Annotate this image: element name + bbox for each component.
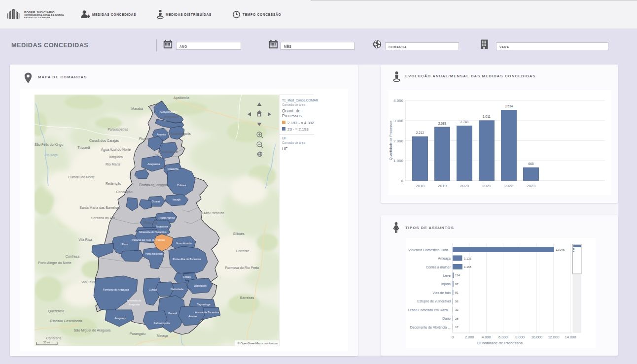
svg-text:Quantidade de Processos: Quantidade de Processos — [389, 120, 393, 160]
svg-text:Santa Maria das Barreiras: Santa Maria das Barreiras — [79, 206, 120, 209]
svg-text:Miranorte do Tocantins: Miranorte do Tocantins — [139, 231, 167, 233]
svg-text:2022: 2022 — [504, 184, 513, 188]
svg-text:10.000: 10.000 — [531, 335, 542, 339]
svg-text:Alto Parnaíba: Alto Parnaíba — [204, 211, 225, 215]
svg-text:50 mi: 50 mi — [43, 341, 50, 344]
svg-text:12.045: 12.045 — [556, 248, 565, 251]
svg-text:Tucumã: Tucumã — [77, 146, 90, 149]
svg-text:Colinas: Colinas — [177, 184, 186, 187]
svg-text:Paranã: Paranã — [168, 312, 177, 315]
svg-text:Dano: Dano — [442, 317, 451, 320]
svg-text:Filadélfia: Filadélfia — [168, 167, 179, 170]
svg-text:2019: 2019 — [438, 184, 447, 188]
svg-text:0: 0 — [452, 335, 454, 339]
svg-text:0: 0 — [401, 179, 404, 183]
svg-text:2.212: 2.212 — [416, 131, 425, 134]
svg-text:Porto Alegre do Norte: Porto Alegre do Norte — [38, 261, 71, 265]
svg-text:Rio Xingu: Rio Xingu — [44, 153, 59, 157]
svg-text:Querência: Querência — [48, 309, 64, 313]
svg-text:2.000: 2.000 — [465, 335, 474, 339]
svg-text:Cumaru do Norte: Cumaru do Norte — [68, 175, 95, 179]
svg-text:Pedro Afonso: Pedro Afonso — [158, 216, 175, 219]
svg-text:3.000: 3.000 — [393, 119, 404, 123]
svg-text:Novo Acordo: Novo Acordo — [176, 242, 192, 245]
svg-text:Leve: Leve — [443, 274, 451, 277]
svg-text:Piçarra: Piçarra — [139, 137, 150, 141]
svg-text:2.000: 2.000 — [393, 139, 404, 143]
svg-text:Marabá: Marabá — [131, 107, 143, 110]
svg-text:Parauapebas: Parauapebas — [107, 128, 128, 132]
svg-text:Vila Rica: Vila Rica — [78, 238, 92, 241]
svg-text:Araguatins: Araguatins — [164, 115, 179, 119]
svg-text:Barreiras: Barreiras — [240, 296, 254, 299]
svg-text:Rio Maria: Rio Maria — [106, 163, 120, 166]
svg-text:Formoso do Araguaia: Formoso do Araguaia — [103, 288, 130, 291]
svg-text:Guaraí: Guaraí — [152, 200, 160, 203]
svg-text:Vias de fato: Vias de fato — [432, 291, 451, 295]
svg-text:© OpenStreetMap contributors: © OpenStreetMap contributors — [238, 342, 278, 345]
svg-text:6.000: 6.000 — [498, 335, 508, 339]
svg-text:12.000: 12.000 — [548, 335, 559, 339]
svg-text:Augustinópolis: Augustinópolis — [160, 110, 177, 113]
svg-text:Porto Nacional: Porto Nacional — [145, 252, 163, 255]
svg-text:Formosa do Rio Preto: Formosa do Rio Preto — [225, 266, 259, 269]
svg-text:Ribeirão Cascalheira: Ribeirão Cascalheira — [50, 319, 82, 323]
svg-text:Ameaça: Ameaça — [438, 257, 451, 261]
svg-text:Conceição: Conceição — [116, 190, 132, 194]
svg-text:2021: 2021 — [482, 184, 491, 188]
svg-text:81: 81 — [455, 291, 459, 294]
svg-text:Redenção: Redenção — [106, 182, 121, 186]
svg-text:Santana do Ara: Santana do Ara — [91, 216, 115, 220]
svg-text:Minaçu: Minaçu — [157, 334, 168, 338]
svg-text:2023: 2023 — [527, 184, 535, 188]
svg-text:Tocantinópolis: Tocantinópolis — [170, 132, 191, 136]
svg-text:São Miguel do Araguaia: São Miguel do Araguaia — [74, 329, 110, 332]
svg-text:2.688: 2.688 — [438, 122, 447, 125]
svg-text:Gilbués: Gilbués — [233, 232, 245, 235]
svg-text:1.000: 1.000 — [393, 159, 404, 163]
svg-text:Açailândia: Açailândia — [174, 96, 189, 100]
svg-text:Paraíso do Reg. de Palmas: Paraíso do Reg. de Palmas — [132, 238, 165, 241]
svg-text:São Félix: São Félix — [80, 280, 95, 284]
svg-text:4.000: 4.000 — [393, 99, 404, 103]
svg-text:Arraias: Arraias — [188, 315, 197, 318]
svg-text:Estupro de vulnerável: Estupro de vulnerável — [417, 299, 451, 303]
svg-text:Almas: Almas — [183, 275, 191, 278]
svg-text:17: 17 — [455, 326, 459, 329]
svg-text:1.165: 1.165 — [464, 265, 472, 268]
svg-text:Porangatu: Porangatu — [130, 332, 145, 336]
svg-text:8.000: 8.000 — [515, 335, 525, 339]
svg-text:668: 668 — [529, 162, 534, 165]
svg-text:Natividade: Natividade — [171, 288, 183, 291]
svg-text:56: 56 — [455, 300, 459, 303]
svg-text:28: 28 — [455, 317, 459, 320]
svg-text:Pium: Pium — [122, 243, 128, 246]
svg-text:Alvorada do: Alvorada do — [127, 299, 141, 302]
svg-text:Ponte Alta do Tocantins: Ponte Alta do Tocantins — [173, 258, 201, 261]
svg-text:Canarana: Canarana — [46, 336, 62, 340]
svg-text:Dianópolis: Dianópolis — [194, 284, 207, 287]
svg-text:Itacajá: Itacajá — [173, 198, 181, 201]
svg-text:São Félix do Xingu: São Félix do Xingu — [35, 143, 63, 147]
svg-text:4.000: 4.000 — [482, 335, 491, 339]
svg-text:Gurupi: Gurupi — [149, 288, 157, 291]
svg-text:Violência Doméstica Cont...: Violência Doméstica Cont... — [408, 248, 451, 252]
svg-text:Araguaçu: Araguaçu — [114, 317, 126, 320]
svg-text:33: 33 — [455, 308, 459, 311]
svg-text:Araguaína: Araguaína — [147, 163, 160, 165]
svg-text:Confresa: Confresa — [66, 255, 80, 258]
svg-text:97: 97 — [455, 283, 459, 286]
svg-text:Injúria: Injúria — [441, 282, 451, 286]
svg-text:Tocantínia: Tocantínia — [155, 225, 168, 228]
svg-text:Taguatinga: Taguatinga — [197, 303, 211, 306]
svg-text:Araguaia: Araguaia — [129, 303, 140, 306]
svg-text:2018: 2018 — [416, 184, 425, 188]
svg-text:1.135: 1.135 — [464, 257, 472, 260]
svg-text:Água Azul do Norte: Água Azul do Norte — [101, 147, 131, 152]
svg-text:Colinas do Tocantins: Colinas do Tocantins — [139, 183, 169, 187]
svg-text:114: 114 — [455, 274, 460, 277]
svg-text:2.748: 2.748 — [460, 120, 469, 124]
svg-text:3.011: 3.011 — [483, 115, 491, 118]
svg-text:Quantidade de Processos: Quantidade de Processos — [477, 341, 523, 345]
svg-text:Miracema: Miracema — [143, 221, 158, 224]
